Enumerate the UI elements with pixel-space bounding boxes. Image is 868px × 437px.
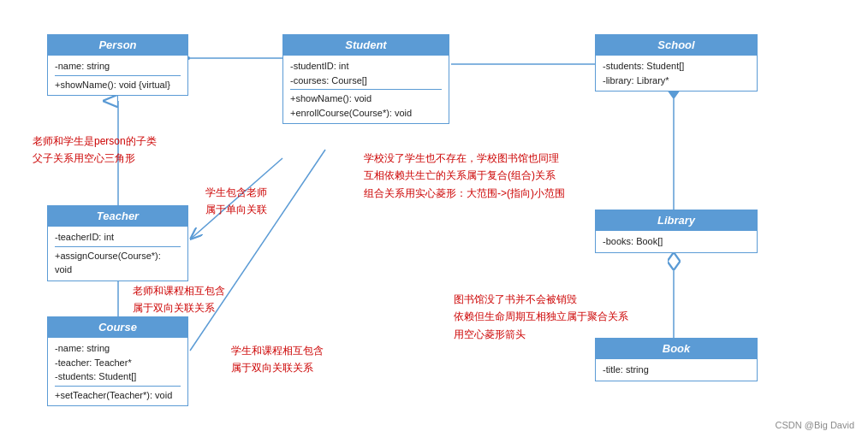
- annotation-teacher-course-text: 老师和课程相互包含属于双向关联关系: [133, 285, 225, 314]
- annotation-school: 学校没了学生也不存在，学校图书馆也同理互相依赖共生亡的关系属于复合(组合)关系组…: [364, 150, 565, 202]
- course-attr-name: -name: string: [55, 341, 181, 356]
- class-person: Person -name: string +showName(): void {…: [47, 34, 188, 96]
- class-student: Student -studentID: int -courses: Course…: [282, 34, 449, 124]
- class-library-title: Library: [596, 210, 757, 230]
- teacher-attr-id: -teacherID: int: [55, 230, 181, 245]
- library-attr-books: -books: Book[]: [603, 234, 750, 249]
- student-method-enroll: +enrollCourse(Course*): void: [290, 106, 442, 121]
- class-school: School -students: Student[] -library: Li…: [595, 34, 758, 92]
- class-library-body: -books: Book[]: [596, 230, 757, 252]
- annotation-student-course-text: 学生和课程相互包含属于双向关联关系: [231, 345, 324, 374]
- class-school-title: School: [596, 35, 757, 55]
- school-attr-students: -students: Student[]: [603, 59, 750, 74]
- class-student-title: Student: [283, 35, 449, 55]
- teacher-method-assign: +assignCourse(Course*): void: [55, 246, 181, 277]
- annotation-person-text: 老师和学生是person的子类 父子关系用空心三角形: [33, 135, 157, 164]
- course-method-setteacher: +setTeacher(Teacher*): void: [55, 386, 181, 403]
- annotation-person: 老师和学生是person的子类 父子关系用空心三角形: [33, 133, 157, 168]
- class-library: Library -books: Book[]: [595, 210, 758, 253]
- annotation-student-teacher: 学生包含老师属于单向关联: [205, 184, 267, 219]
- annotation-school-text: 学校没了学生也不存在，学校图书馆也同理互相依赖共生亡的关系属于复合(组合)关系组…: [364, 152, 565, 199]
- annotation-library-text: 图书馆没了书并不会被销毁依赖但生命周期互相独立属于聚合关系用空心菱形箭头: [454, 293, 628, 340]
- student-attr-id: -studentID: int: [290, 59, 442, 74]
- annotation-student-course: 学生和课程相互包含属于双向关联关系: [231, 342, 324, 377]
- class-teacher: Teacher -teacherID: int +assignCourse(Co…: [47, 205, 188, 281]
- course-attr-students: -students: Student[]: [55, 369, 181, 384]
- class-student-body: -studentID: int -courses: Course[] +show…: [283, 55, 449, 123]
- annotation-library: 图书馆没了书并不会被销毁依赖但生命周期互相独立属于聚合关系用空心菱形箭头: [454, 291, 628, 343]
- svg-line-10: [190, 150, 325, 351]
- annotation-teacher-course: 老师和课程相互包含属于双向关联关系: [133, 282, 225, 317]
- student-method-showname: +showName(): void: [290, 89, 442, 106]
- footer: CSDN @Big David: [776, 420, 854, 430]
- student-attr-courses: -courses: Course[]: [290, 74, 442, 88]
- book-attr-title: -title: string: [603, 363, 750, 377]
- class-teacher-title: Teacher: [48, 206, 187, 226]
- class-school-body: -students: Student[] -library: Library*: [596, 55, 757, 91]
- diagram-container: Person -name: string +showName(): void {…: [0, 0, 868, 437]
- class-person-body: -name: string +showName(): void {virtual…: [48, 55, 187, 95]
- course-attr-teacher: -teacher: Teacher*: [55, 356, 181, 370]
- school-attr-library: -library: Library*: [603, 74, 750, 88]
- class-course: Course -name: string -teacher: Teacher* …: [47, 316, 188, 406]
- person-attr-name: -name: string: [55, 59, 181, 74]
- class-book: Book -title: string: [595, 338, 758, 381]
- person-method-showname: +showName(): void {virtual}: [55, 75, 181, 92]
- class-course-body: -name: string -teacher: Teacher* -studen…: [48, 337, 187, 405]
- annotation-student-teacher-text: 学生包含老师属于单向关联: [205, 186, 267, 216]
- class-course-title: Course: [48, 317, 187, 337]
- class-teacher-body: -teacherID: int +assignCourse(Course*): …: [48, 226, 187, 281]
- class-book-body: -title: string: [596, 358, 757, 381]
- class-person-title: Person: [48, 35, 187, 55]
